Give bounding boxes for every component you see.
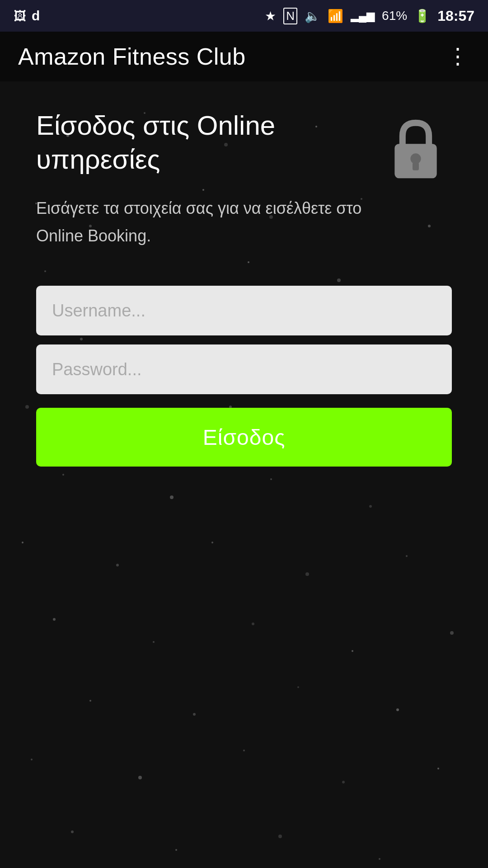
battery-icon: 🔋 — [414, 9, 430, 24]
login-subtitle: Εισάγετε τα στοιχεία σας για να εισέλθετ… — [36, 194, 371, 250]
header-text: Είσοδος στις Online υπηρεσίες Εισάγετε τ… — [36, 108, 371, 250]
login-button[interactable]: Είσοδος — [36, 408, 452, 467]
lock-icon — [384, 118, 447, 181]
nfc-icon: N — [283, 8, 297, 24]
status-right-icons: ★ N 🔈 📶 ▂▄▆ 61% 🔋 18:57 — [265, 8, 474, 24]
main-content: Είσοδος στις Online υπηρεσίες Εισάγετε τ… — [0, 81, 488, 868]
svg-point-54 — [410, 153, 421, 164]
login-title: Είσοδος στις Online υπηρεσίες — [36, 108, 371, 176]
svg-rect-55 — [413, 162, 419, 170]
app-bar: Amazon Fitness Club ⋮ — [0, 32, 488, 81]
app-title: Amazon Fitness Club — [18, 43, 246, 70]
status-bar: 🖼 d ★ N 🔈 📶 ▂▄▆ 61% 🔋 18:57 — [0, 0, 488, 32]
signal-icon: ▂▄▆ — [351, 9, 375, 22]
form-section: Είσοδος — [36, 286, 452, 467]
overflow-menu-button[interactable]: ⋮ — [447, 46, 470, 67]
battery-percent: 61% — [382, 9, 407, 23]
bluetooth-icon: ★ — [265, 9, 276, 24]
d-status-icon: d — [32, 8, 40, 24]
lock-icon-wrapper — [380, 113, 452, 185]
header-section: Είσοδος στις Online υπηρεσίες Εισάγετε τ… — [36, 108, 452, 250]
username-input[interactable] — [36, 286, 452, 335]
image-status-icon: 🖼 — [14, 9, 26, 24]
status-left-icons: 🖼 d — [14, 8, 40, 24]
wifi-icon: 📶 — [328, 9, 343, 24]
status-time: 18:57 — [437, 8, 474, 24]
mute-icon: 🔈 — [305, 9, 320, 24]
password-input[interactable] — [36, 344, 452, 394]
